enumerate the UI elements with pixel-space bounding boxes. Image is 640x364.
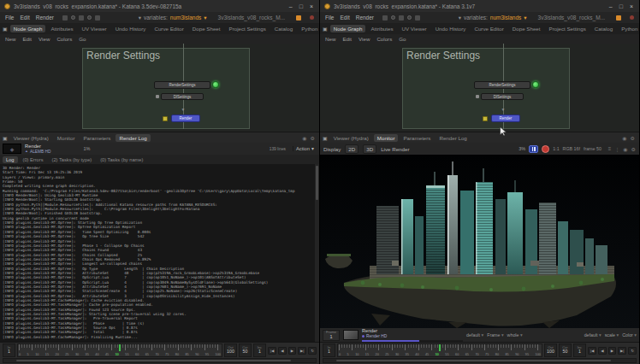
minimize-icon[interactable]: – bbox=[289, 3, 293, 9]
play-button[interactable]: ▶ bbox=[288, 347, 296, 355]
toolbar-icon[interactable] bbox=[62, 15, 68, 21]
menu-item[interactable]: Render bbox=[356, 15, 374, 21]
graph-menu-item[interactable]: Colors bbox=[376, 36, 392, 42]
titlebar[interactable]: 3v3islands_v08_rocks_expansion.katana* -… bbox=[320, 0, 639, 12]
strip-dropdown[interactable]: Frame bbox=[487, 332, 503, 338]
node-render[interactable]: Render bbox=[171, 114, 200, 122]
scrollbar-thumb[interactable] bbox=[316, 166, 318, 200]
menu-item[interactable]: Render bbox=[36, 15, 54, 21]
timeline-scrollbar[interactable] bbox=[323, 358, 637, 363]
toolbar-icon[interactable] bbox=[87, 15, 92, 20]
pane-menu-icon[interactable]: ▣ bbox=[3, 26, 8, 32]
pane-tab[interactable]: Viewer (Hydra) bbox=[330, 134, 372, 142]
maximize-icon[interactable]: □ bbox=[299, 3, 303, 9]
go-to-start-button[interactable]: |◀ bbox=[268, 347, 276, 355]
panel-tab[interactable]: UV Viewer bbox=[399, 25, 430, 32]
node-graph-canvas[interactable]: Render Settings RenderSettings DlSetting… bbox=[0, 44, 319, 132]
pane-tab[interactable]: Render Log bbox=[116, 134, 150, 142]
panel-tab[interactable]: Project Settings bbox=[226, 25, 270, 32]
graph-menu-item[interactable]: Go bbox=[399, 36, 406, 42]
panel-tab[interactable]: Attributes bbox=[47, 25, 76, 32]
step-back-button[interactable]: ◀ bbox=[598, 347, 606, 355]
current-frame-marker[interactable] bbox=[119, 344, 121, 351]
stop-render-button[interactable] bbox=[542, 145, 549, 153]
increment-field[interactable]: Inc1 bbox=[573, 343, 586, 357]
graph-menu-item[interactable]: Edit bbox=[342, 36, 352, 42]
toolbar-icon[interactable] bbox=[399, 15, 404, 21]
step-back-button[interactable]: ◀ bbox=[278, 347, 286, 355]
gear-icon[interactable]: ⚙ bbox=[311, 135, 315, 141]
live-render-label[interactable]: Live Render bbox=[381, 146, 409, 152]
menu-item[interactable]: Edit bbox=[20, 15, 29, 21]
graph-menu-item[interactable]: New bbox=[5, 36, 15, 42]
toolbar-icon[interactable] bbox=[391, 15, 395, 20]
session-tab[interactable]: 3v3islands_v08_rocks_M... bbox=[538, 15, 605, 21]
strip-dropdown[interactable]: Color bbox=[622, 332, 637, 338]
gear-icon[interactable]: ⚙ bbox=[631, 135, 635, 141]
log-tab[interactable]: (0) Errors bbox=[20, 156, 47, 163]
panel-tab[interactable]: Python bbox=[618, 25, 639, 32]
view-flag-icon[interactable] bbox=[212, 81, 219, 88]
close-icon[interactable]: × bbox=[310, 3, 313, 9]
view-3d-button[interactable]: 3D bbox=[363, 144, 376, 154]
close-icon[interactable]: × bbox=[630, 3, 633, 9]
pause-button[interactable] bbox=[529, 145, 538, 153]
pane-tab[interactable]: Render Log bbox=[436, 134, 470, 142]
current-frame-marker[interactable] bbox=[439, 344, 441, 351]
loop-button[interactable]: ↻ bbox=[628, 347, 637, 355]
view-2d-button[interactable]: 2D bbox=[345, 144, 359, 154]
timeline-ruler[interactable]: 0510152025303540455055606570758085909510… bbox=[17, 343, 222, 357]
loop-button[interactable]: ↻ bbox=[308, 347, 317, 355]
graph-menu-item[interactable]: Go bbox=[79, 36, 86, 42]
timeline-ruler[interactable]: 0510152025303540455055606570758085909510… bbox=[337, 343, 542, 357]
pane-tab[interactable]: Viewer (Hydra) bbox=[10, 134, 52, 142]
panel-tab[interactable]: Catalog bbox=[271, 25, 296, 32]
catalog-thumbnail[interactable] bbox=[343, 330, 359, 340]
titlebar[interactable]: 3v3islands_v08_rocks_expansion.katana* -… bbox=[0, 0, 319, 12]
menu-icon[interactable]: ≡ bbox=[608, 146, 612, 152]
current-frame-field[interactable]: Cur50 bbox=[239, 343, 252, 357]
strip-dropdown[interactable]: default bbox=[466, 332, 483, 338]
panel-tab[interactable]: Project Settings bbox=[546, 25, 590, 32]
log-scrollbar[interactable] bbox=[315, 164, 319, 342]
panel-tab[interactable]: Catalog bbox=[591, 25, 616, 32]
log-tab[interactable]: (2) Tasks (by type) bbox=[49, 156, 96, 163]
pin-icon[interactable]: ◉ bbox=[622, 135, 626, 141]
panel-tab[interactable]: Python bbox=[298, 25, 319, 32]
pane-tab[interactable]: Monitor bbox=[374, 134, 399, 142]
increment-field[interactable]: Inc1 bbox=[253, 343, 266, 357]
node-rendersettings[interactable]: RenderSettings bbox=[474, 81, 530, 89]
toolbar-icon[interactable] bbox=[382, 15, 388, 21]
log-tab[interactable]: (0) Tasks (by name) bbox=[97, 156, 146, 163]
go-to-end-button[interactable]: ▶| bbox=[298, 347, 306, 355]
minimize-icon[interactable]: – bbox=[609, 3, 613, 9]
node-dlsettings[interactable]: DlSettings bbox=[481, 93, 524, 100]
panel-tab[interactable]: Undo History bbox=[112, 25, 150, 32]
pin-icon[interactable]: ◉ bbox=[302, 135, 306, 141]
toolbar-icon[interactable] bbox=[415, 15, 420, 21]
menu-item[interactable]: Edit bbox=[340, 15, 349, 21]
panel-tab[interactable]: UV Viewer bbox=[79, 25, 110, 32]
panel-tab[interactable]: Attributes bbox=[367, 25, 396, 32]
menu-item[interactable]: File bbox=[5, 15, 14, 21]
strip-dropdown[interactable]: whole bbox=[507, 332, 523, 338]
panel-tab[interactable]: Curve Editor bbox=[151, 25, 187, 32]
view-flag-icon[interactable] bbox=[532, 81, 539, 88]
variables-value[interactable]: num3islands bbox=[490, 15, 522, 21]
pane-tab[interactable]: Parameters bbox=[80, 134, 114, 142]
gear-icon[interactable]: ⚙ bbox=[631, 146, 636, 152]
toolbar-icon[interactable] bbox=[71, 15, 75, 20]
strip-dropdown[interactable]: scale bbox=[605, 332, 619, 338]
render-thumbnail[interactable]: ◆ bbox=[3, 144, 21, 154]
node-dlsettings[interactable]: DlSettings bbox=[161, 93, 204, 100]
pane-menu-icon[interactable]: ▣ bbox=[323, 135, 328, 141]
go-to-end-button[interactable]: ▶| bbox=[618, 347, 626, 355]
pane-tab[interactable]: Monitor bbox=[54, 134, 79, 142]
zoom-level[interactable]: 1:1 bbox=[553, 146, 559, 151]
out-frame-field[interactable]: Out100 bbox=[224, 343, 237, 357]
scrollbar-thumb[interactable] bbox=[336, 360, 611, 361]
panel-tab[interactable]: Dope Sheet bbox=[189, 25, 224, 32]
pane-menu-icon[interactable]: ▣ bbox=[323, 26, 328, 32]
render-log-output[interactable]: 3D Render: Render Start Time: Fri Dec 13… bbox=[0, 164, 319, 342]
out-frame-field[interactable]: Out100 bbox=[544, 343, 557, 357]
